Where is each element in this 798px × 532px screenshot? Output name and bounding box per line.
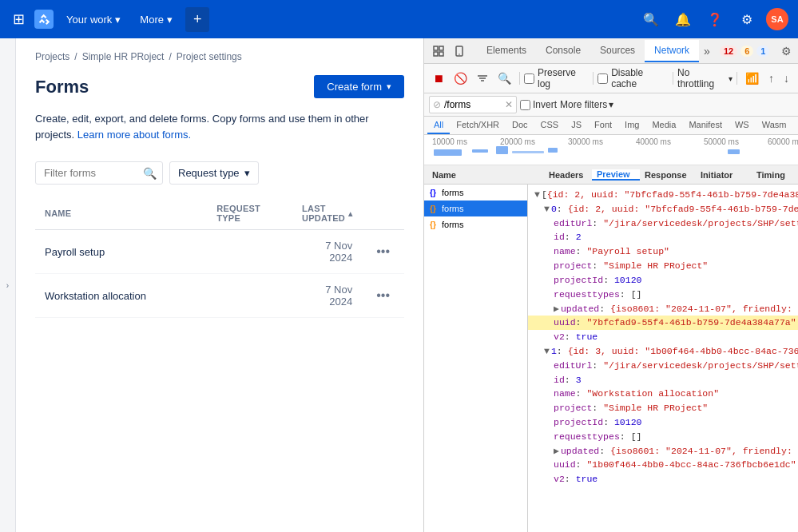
devtools-inspect-icon[interactable] — [429, 43, 448, 59]
filter-clear-button[interactable]: ✕ — [505, 99, 513, 110]
breadcrumb: Projects / Simple HR PRoject / Project s… — [16, 38, 423, 69]
type-tab-media[interactable]: Media — [645, 117, 682, 134]
chevron-down-icon: ▾ — [609, 99, 613, 110]
avatar[interactable]: SA — [766, 8, 788, 30]
your-work-menu[interactable]: Your work ▾ — [60, 10, 127, 29]
request-row[interactable]: {} forms — [424, 216, 527, 232]
json-line: name: "Workstation allocation" — [528, 387, 798, 401]
type-tab-font[interactable]: Font — [588, 117, 618, 134]
json-line: ▶ updated: {iso8601: "2024-11-07", frien… — [528, 302, 798, 316]
col-header-preview[interactable]: Preview — [592, 169, 640, 181]
svg-rect-18 — [512, 151, 544, 153]
form-type-cell — [207, 230, 292, 274]
apps-icon[interactable]: ⊞ — [10, 7, 28, 31]
network-upload-icon[interactable]: ↑ — [764, 69, 778, 87]
col-header-name[interactable]: Name — [427, 170, 531, 180]
svg-text:30000 ms: 30000 ms — [568, 137, 603, 146]
network-filter-input[interactable] — [441, 97, 505, 112]
svg-rect-16 — [472, 149, 488, 153]
left-panel: Projects / Simple HR PRoject / Project s… — [16, 38, 423, 532]
form-actions-button[interactable]: ••• — [371, 287, 395, 304]
table-row: Payroll setup 7 Nov2024 ••• — [35, 230, 404, 274]
network-wifi-icon[interactable]: 📶 — [741, 69, 763, 87]
type-tab-wasm[interactable]: Wasm — [756, 117, 793, 134]
tab-elements[interactable]: Elements — [477, 40, 536, 62]
request-type-filter[interactable]: Request type ▾ — [169, 161, 259, 185]
col-header-timing[interactable]: Timing — [752, 170, 796, 180]
form-updated-cell: 7 Nov2024 — [292, 230, 362, 274]
chevron-down-icon: ▾ — [729, 74, 732, 83]
form-actions-button[interactable]: ••• — [371, 243, 395, 260]
col-header-initiator[interactable]: Initiator — [696, 170, 752, 180]
svg-rect-3 — [439, 52, 443, 56]
record-stop-button[interactable]: ⏹ — [429, 69, 448, 87]
clear-network-button[interactable]: 🚫 — [450, 69, 471, 87]
create-button[interactable]: + — [185, 7, 210, 32]
json-line-highlighted: uuid: "7bfcfad9-55f4-461b-b759-7de4a384a… — [528, 316, 798, 330]
requests-json-split: {} forms {} forms {} forms ▼ — [424, 185, 798, 532]
learn-more-link[interactable]: Learn more about forms. — [77, 129, 191, 141]
type-tab-manifest[interactable]: Manifest — [682, 117, 729, 134]
tab-sources[interactable]: Sources — [590, 40, 645, 62]
type-tab-ws[interactable]: WS — [729, 117, 756, 134]
form-name-cell: Payroll setup — [35, 230, 207, 274]
json-collapse-toggle[interactable]: ▶ — [554, 302, 559, 316]
network-toolbar: ⏹ 🚫 🔍 Preserve log Disable cache No thro… — [424, 64, 798, 93]
invert-filter-checkbox[interactable] — [520, 100, 530, 110]
type-tab-fetchxhr[interactable]: Fetch/XHR — [450, 117, 506, 134]
create-form-button[interactable]: Create form ▾ — [314, 75, 404, 98]
request-row[interactable]: {} forms — [424, 200, 527, 216]
json-collapse-toggle[interactable]: ▶ — [554, 444, 559, 459]
tab-console[interactable]: Console — [536, 40, 590, 62]
json-collapse-toggle[interactable]: ▼ — [544, 344, 550, 359]
notifications-button[interactable]: 🔔 — [670, 6, 696, 32]
tab-network[interactable]: Network — [645, 40, 699, 62]
request-row[interactable]: {} forms — [424, 185, 527, 200]
invert-filter-label[interactable]: Invert — [520, 99, 557, 110]
json-collapse-toggle[interactable]: ▼ — [534, 188, 540, 202]
disable-cache-label[interactable]: Disable cache — [598, 67, 669, 89]
network-download-icon[interactable]: ↓ — [780, 69, 793, 87]
col-header-name: Name — [35, 197, 207, 230]
json-collapse-toggle[interactable]: ▼ — [544, 202, 550, 216]
type-tab-css[interactable]: CSS — [534, 117, 566, 134]
type-tab-img[interactable]: Img — [618, 117, 645, 134]
form-actions-cell: ••• — [362, 230, 404, 274]
chevron-down-icon: ▾ — [244, 167, 250, 179]
type-tab-other[interactable]: Other — [792, 117, 798, 134]
devtools-settings-icon[interactable]: ⚙ — [777, 42, 796, 60]
jira-logo[interactable] — [34, 10, 54, 29]
filter-toggle-button[interactable] — [473, 70, 492, 86]
requests-list: {} forms {} forms {} forms — [424, 185, 528, 532]
type-tab-all[interactable]: All — [427, 117, 450, 134]
json-line: id: 2 — [528, 230, 798, 244]
form-actions-cell: ••• — [362, 274, 404, 318]
error-badge: 12 — [720, 46, 737, 57]
search-network-button[interactable]: 🔍 — [494, 69, 515, 87]
tab-overflow[interactable]: » — [699, 42, 715, 61]
breadcrumb-project[interactable]: Simple HR PRoject — [82, 51, 165, 62]
sidebar-toggle[interactable]: › — [0, 38, 16, 532]
col-header-updated[interactable]: Last updated ▴ — [292, 197, 362, 230]
network-filter-input-wrap: ⊘ ✕ — [429, 96, 517, 113]
settings-button[interactable]: ⚙ — [734, 6, 760, 32]
preserve-log-checkbox[interactable] — [524, 73, 534, 84]
help-button[interactable]: ❓ — [702, 6, 728, 32]
breadcrumb-projects[interactable]: Projects — [35, 51, 69, 62]
page-description: Create, edit, export, and delete forms. … — [16, 111, 423, 155]
search-button[interactable]: 🔍 — [638, 6, 664, 32]
col-header-headers[interactable]: Headers — [544, 170, 592, 180]
form-name-cell: Workstation allocation — [35, 274, 207, 318]
request-name: forms — [442, 188, 524, 197]
disable-cache-checkbox[interactable] — [598, 73, 608, 84]
more-menu[interactable]: More ▾ — [133, 10, 179, 29]
network-content: Name Headers Preview Response Initiator … — [424, 165, 798, 532]
devtools-device-icon[interactable] — [450, 43, 469, 59]
type-tab-js[interactable]: JS — [565, 117, 588, 134]
svg-text:40000 ms: 40000 ms — [636, 137, 671, 146]
type-tab-doc[interactable]: Doc — [506, 117, 534, 134]
svg-text:20000 ms: 20000 ms — [500, 137, 535, 146]
preserve-log-label[interactable]: Preserve log — [524, 67, 589, 89]
more-filters-button[interactable]: More filters ▾ — [560, 99, 613, 110]
col-header-response[interactable]: Response — [640, 170, 696, 180]
